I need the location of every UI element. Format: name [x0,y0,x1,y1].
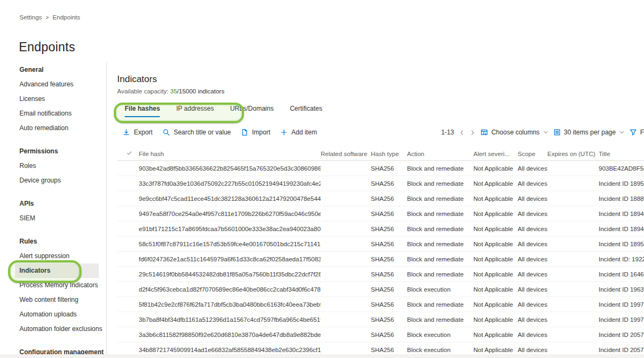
cell-scope: All devices [518,241,547,247]
cell-alert-severity: Not Applicable [473,301,518,308]
column-header[interactable]: Title [599,151,644,157]
sidebar-entry[interactable]: Roles [19,159,106,173]
column-header[interactable]: Expires on (UTC) [547,151,599,157]
sidebar-entry[interactable]: Web content filtering [19,293,106,307]
cell-action: Block execution [407,347,473,353]
column-header[interactable]: Scope [518,151,547,157]
tab[interactable]: File hashes [124,102,161,117]
available-capacity: Available capacity: 35/15000 indicators [117,88,644,96]
tab[interactable]: URLs/Domains [229,102,275,117]
column-header[interactable]: Hash type [371,151,407,157]
sidebar-entry[interactable]: Automation uploads [19,307,106,322]
items-per-page-button[interactable]: 30 items per page [553,129,625,136]
cell-action: Block and remediate [407,211,473,217]
breadcrumb-settings[interactable]: Settings [19,14,42,21]
column-header[interactable]: Alert severi... [473,151,518,157]
cell-action: Block and remediate [407,165,473,172]
sidebar-entry[interactable]: Alert suppression [19,249,106,264]
cell-action: Block and remediate [407,271,473,278]
cell-file-hash: 33c3f787fd0a39e1036d75092c227b55c0105219… [139,180,321,187]
sidebar-entry[interactable]: Advanced features [19,77,106,92]
previous-page-button[interactable] [459,130,465,136]
table-row[interactable]: 29c514619f0bb5844532482db81f85a05a7560b1… [117,267,644,282]
sidebar-entry: Rules [19,234,106,249]
columns-icon [480,129,488,136]
table-row[interactable]: 3a3b6c811582f98850f92e620d6810e3870a4de6… [117,327,644,342]
table-row[interactable]: 9e9cc6bf47c5cad11ece451dc382128a360612a2… [117,191,644,206]
add-item-button[interactable]: Add item [280,129,317,136]
toolbar: Export Search title or value Import Add … [117,125,644,140]
cell-title: Incident ID 18950 [599,241,644,247]
cell-file-hash: 3a3b6c811582f98850f92e620d6810e3870a4de6… [139,332,321,338]
capacity-label: Available capacity: [117,88,168,94]
sidebar-entry[interactable]: Automation folder exclusions [19,322,106,336]
page-title: Endpoints [19,40,75,55]
cell-title: Incident ID 18946 [599,226,644,232]
cell-file-hash: 9e9cc6bf47c5cad11ece451dc382128a360612a2… [139,195,321,202]
sidebar-entry[interactable]: Indicators [15,264,99,278]
import-button[interactable]: Import [241,129,270,136]
pagination-range: 1-13 [441,129,454,136]
cell-hash-type: SHA256 [371,286,407,293]
table-row[interactable]: 58c51f0f87c87911c16e157d53b59fce4e001670… [117,237,644,252]
cell-title: 903BE42AD8F5BB33656 [599,165,644,172]
tab[interactable]: Certificates [289,102,323,117]
table-row[interactable]: 5f81b42c9e2cf876f62fa717dbf5cb3ba0480bbc… [117,297,644,312]
cell-hash-type: SHA256 [371,316,407,323]
cell-file-hash: 58c51f0f87c87911c16e157d53b59fce4e001670… [139,241,321,247]
search-label: Search title or value [174,129,231,136]
column-header[interactable]: File hash [139,151,321,157]
sidebar-entry[interactable]: Email notifications [19,106,106,121]
cell-scope: All devices [518,301,547,308]
next-page-button[interactable] [470,130,476,136]
sidebar-entry[interactable]: Device groups [19,173,106,188]
sidebar-entry: Permissions [19,144,106,159]
cell-alert-severity: Not Applicable [473,332,518,338]
sidebar-entry[interactable]: SIEM [19,211,106,226]
cell-scope: All devices [518,347,547,353]
cell-scope: All devices [518,286,547,293]
items-per-page-label: 30 items per page [564,129,616,136]
cell-title: Incident ID 19635 [599,286,644,293]
table-row[interactable]: d2f4c5f963cebca1d82f7070589ec86e40be086c… [117,282,644,297]
cell-file-hash: 3b7ba8f4bf34dfb1161a512396d1a1567c4cd759… [139,316,321,323]
breadcrumb: Settings > Endpoints [19,14,80,21]
cell-file-hash: d2f4c5f963cebca1d82f7070589ec86e40be086c… [139,286,321,293]
cell-hash-type: SHA256 [371,241,407,247]
column-header[interactable]: Related software [321,151,371,157]
cell-file-hash: 9497ea58f70ce254a0e4f957c811e1709b226b62… [139,211,321,217]
table-row[interactable]: 3b7ba8f4bf34dfb1161a512396d1a1567c4cd759… [117,312,644,327]
cell-alert-severity: Not Applicable [473,165,518,172]
cell-alert-severity: Not Applicable [473,241,518,247]
table-row[interactable]: fd6f0247362e1ac511c1645979a6f61d33c8ca62… [117,252,644,267]
breadcrumb-endpoints[interactable]: Endpoints [52,14,80,21]
chevron-right-icon [470,130,476,136]
cell-action: Block and remediate [407,180,473,187]
cell-scope: All devices [518,332,547,338]
table-body: 903be42ad8f5bb3365636622b825465f15a76532… [117,161,644,357]
export-button[interactable]: Export [123,129,153,136]
breadcrumb-separator-icon: > [46,14,49,20]
cell-title: Incident ID 19973 [599,301,644,308]
choose-columns-button[interactable]: Choose columns [480,129,548,136]
cell-action: Block and remediate [407,241,473,247]
sidebar-entry: General [19,63,106,77]
table-row[interactable]: e91bf171215c17a8695fdcaa7b5601000e333e38… [117,221,644,237]
column-header[interactable]: Action [407,151,473,157]
table-row[interactable]: 9497ea58f70ce254a0e4f957c811e1709b226b62… [117,206,644,221]
table-row[interactable]: 33c3f787fd0a39e1036d75092c227b55c0105219… [117,176,644,191]
cell-scope: All devices [518,211,547,217]
sidebar-entry[interactable]: Process Memory Indicators [19,278,106,293]
cell-hash-type: SHA256 [371,211,407,217]
search-button[interactable]: Search title or value [162,129,231,136]
sidebar-entry[interactable]: Auto remediation [19,121,106,136]
cell-alert-severity: Not Applicable [473,211,518,217]
tab[interactable]: IP addresses [175,102,215,117]
chevron-left-icon [459,130,465,136]
cell-file-hash: fd6f0247362e1ac511c1645979a6f61d33c8ca62… [139,256,321,262]
filter-button[interactable]: F [629,129,644,136]
select-all-checkbox[interactable] [117,150,139,157]
table-row[interactable]: 903be42ad8f5bb3365636622b825465f15a76532… [117,161,644,176]
sidebar-entry[interactable]: Licenses [19,92,106,106]
download-icon [123,129,130,136]
